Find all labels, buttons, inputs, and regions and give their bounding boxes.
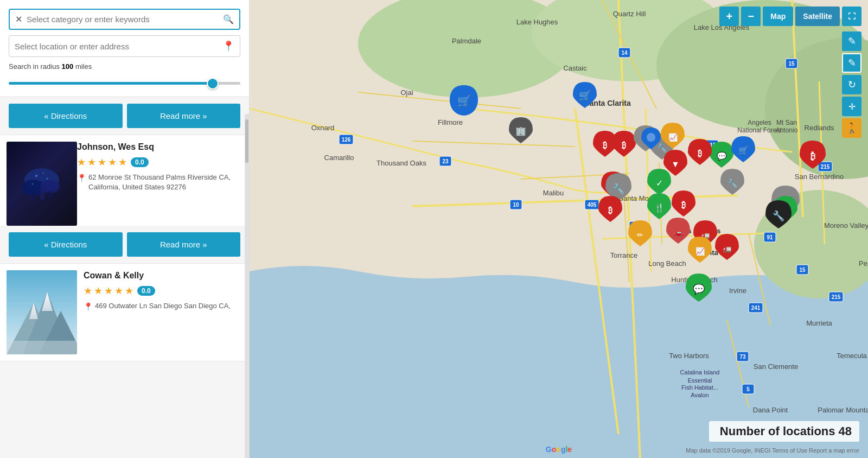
star-2: ★ bbox=[87, 156, 96, 168]
street-view-button[interactable]: 🚶 bbox=[842, 118, 861, 138]
rating-stars: ★ ★ ★ ★ ★ 0.0 bbox=[84, 285, 242, 297]
keyword-search-box[interactable]: ✕ 🔍 bbox=[9, 9, 240, 30]
directions-button[interactable]: « Directions bbox=[9, 232, 123, 257]
svg-text:Redlands: Redlands bbox=[805, 124, 834, 132]
star-5: ★ bbox=[125, 285, 133, 297]
svg-rect-5 bbox=[48, 191, 52, 199]
svg-rect-3 bbox=[40, 189, 44, 200]
rating-badge: 0.0 bbox=[137, 286, 155, 296]
svg-text:San Bernardino: San Bernardino bbox=[795, 173, 844, 181]
radius-slider[interactable] bbox=[9, 82, 240, 85]
svg-text:Thousand Oaks: Thousand Oaks bbox=[376, 159, 426, 167]
svg-text:💬: 💬 bbox=[717, 151, 727, 161]
svg-text:🍴: 🍴 bbox=[654, 203, 665, 213]
refresh-button[interactable]: ↻ bbox=[842, 75, 861, 94]
svg-text:5: 5 bbox=[746, 386, 750, 392]
svg-text:Avalon: Avalon bbox=[691, 392, 709, 398]
svg-text:215: 215 bbox=[832, 294, 841, 300]
svg-point-8 bbox=[43, 173, 44, 174]
star-2: ★ bbox=[94, 285, 103, 297]
svg-text:14: 14 bbox=[621, 50, 628, 56]
edit-outline-button[interactable]: ✎ bbox=[842, 53, 861, 73]
star-5: ★ bbox=[118, 156, 127, 168]
svg-text:₿: ₿ bbox=[681, 200, 686, 209]
svg-text:💬: 💬 bbox=[693, 283, 705, 295]
svg-point-9 bbox=[32, 183, 34, 185]
svg-rect-4 bbox=[31, 192, 35, 201]
star-1: ★ bbox=[84, 285, 92, 297]
svg-text:Murrieta: Murrieta bbox=[806, 319, 832, 327]
location-search-input[interactable] bbox=[15, 42, 222, 51]
svg-text:Oxnard: Oxnard bbox=[311, 124, 335, 132]
svg-text:Quartz Hill: Quartz Hill bbox=[613, 10, 646, 18]
svg-text:Fillmore: Fillmore bbox=[438, 118, 463, 126]
listing-image bbox=[7, 142, 77, 226]
svg-text:🛒: 🛒 bbox=[738, 145, 749, 155]
google-logo: Google bbox=[546, 445, 572, 454]
location-count: Number of locations48 bbox=[709, 421, 859, 442]
scroll-thumb[interactable] bbox=[245, 119, 248, 163]
svg-text:Ojai: Ojai bbox=[400, 88, 413, 97]
svg-text:₿: ₿ bbox=[622, 141, 626, 150]
svg-text:Torrance: Torrance bbox=[610, 251, 638, 259]
svg-text:405: 405 bbox=[588, 202, 597, 208]
svg-text:73: 73 bbox=[739, 354, 746, 360]
zoom-out-button[interactable]: − bbox=[741, 7, 761, 26]
svg-text:Fish Habitat...: Fish Habitat... bbox=[681, 384, 718, 391]
star-4: ★ bbox=[114, 285, 123, 297]
map-section[interactable]: Ojai Fillmore Oxnard Camarillo Thousand … bbox=[250, 0, 868, 458]
address-pin-icon: 📍 bbox=[84, 302, 93, 313]
directions-button[interactable]: « Directions bbox=[9, 104, 123, 128]
star-3: ★ bbox=[104, 285, 113, 297]
readmore-button[interactable]: Read more » bbox=[127, 104, 241, 128]
svg-text:🛒: 🛒 bbox=[579, 90, 591, 101]
satellite-view-button[interactable]: Satellite bbox=[795, 7, 840, 26]
zoom-in-button[interactable]: + bbox=[719, 7, 739, 26]
map-view-button[interactable]: Map bbox=[763, 7, 793, 26]
svg-text:Antonio: Antonio bbox=[776, 126, 798, 134]
listing-buttons-2: « Directions Read more » bbox=[0, 226, 249, 263]
svg-text:🔧: 🔧 bbox=[612, 183, 625, 195]
left-panel: ✕ 🔍 📍 Search in radius 100 miles « Direc… bbox=[0, 0, 250, 458]
svg-text:126: 126 bbox=[342, 137, 351, 143]
svg-text:₿: ₿ bbox=[698, 149, 702, 158]
listing-address: 📍 469 Outwater Ln San Diego San Diego CA… bbox=[84, 301, 242, 313]
svg-text:🚗: 🚗 bbox=[674, 228, 684, 237]
svg-text:🔧: 🔧 bbox=[727, 179, 738, 188]
compass-button[interactable]: ✛ bbox=[842, 97, 861, 116]
svg-text:₿: ₿ bbox=[608, 206, 612, 215]
rating-stars: ★ ★ ★ ★ ★ 0.0 bbox=[77, 156, 242, 168]
svg-text:Dana Point: Dana Point bbox=[753, 406, 788, 414]
svg-text:📈: 📈 bbox=[695, 247, 705, 256]
svg-text:Mt San: Mt San bbox=[776, 119, 797, 126]
svg-text:🚛: 🚛 bbox=[723, 244, 732, 253]
svg-point-122 bbox=[647, 133, 655, 142]
search-section: ✕ 🔍 📍 Search in radius 100 miles bbox=[0, 0, 249, 97]
listing-address: 📍 62 Monroe St Thousand Palms Riverside … bbox=[77, 173, 242, 192]
svg-text:Long Beach: Long Beach bbox=[648, 259, 686, 268]
scroll-indicator[interactable] bbox=[245, 114, 249, 458]
keyword-search-input[interactable] bbox=[27, 15, 223, 24]
map-side-controls: ✎ ✎ ↻ ✛ 🚶 bbox=[842, 31, 861, 138]
svg-text:🔧: 🔧 bbox=[773, 210, 785, 222]
svg-point-6 bbox=[35, 175, 37, 177]
svg-text:Irvine: Irvine bbox=[729, 287, 746, 295]
svg-text:Essential: Essential bbox=[688, 377, 712, 384]
fullscreen-button[interactable]: ⛶ bbox=[842, 7, 861, 26]
clear-icon[interactable]: ✕ bbox=[15, 14, 22, 24]
listing-info-2: Johnson, Wes Esq ★ ★ ★ ★ ★ 0.0 📍 62 Monr… bbox=[77, 142, 242, 226]
location-search-box[interactable]: 📍 bbox=[9, 35, 240, 57]
svg-text:Two Harbors: Two Harbors bbox=[669, 352, 709, 360]
star-1: ★ bbox=[77, 156, 86, 168]
readmore-button[interactable]: Read more » bbox=[127, 232, 241, 257]
list-item: Johnson, Wes Esq ★ ★ ★ ★ ★ 0.0 📍 62 Monr… bbox=[0, 135, 249, 264]
svg-text:Moreno Valley: Moreno Valley bbox=[824, 221, 868, 230]
edit-button[interactable]: ✎ bbox=[842, 31, 861, 51]
svg-text:Malibu: Malibu bbox=[543, 189, 564, 197]
svg-text:Palomar Mountain: Palomar Mountain bbox=[818, 406, 868, 414]
radius-slider-container[interactable] bbox=[9, 75, 240, 91]
svg-text:✓: ✓ bbox=[656, 179, 663, 188]
listings-container: « Directions Read more » bbox=[0, 97, 249, 458]
map-background: Ojai Fillmore Oxnard Camarillo Thousand … bbox=[250, 0, 868, 458]
svg-text:Palmdale: Palmdale bbox=[452, 37, 481, 45]
